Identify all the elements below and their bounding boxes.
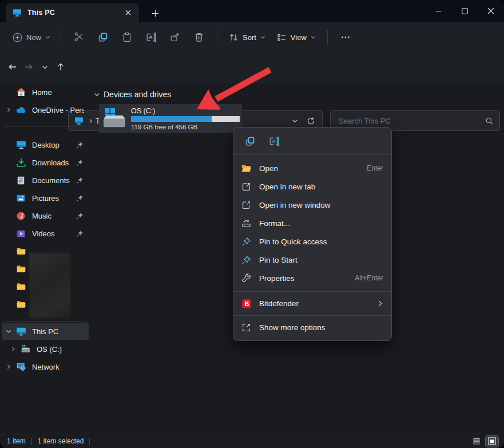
redacted-labels-blur — [29, 253, 70, 318]
copy-button[interactable] — [91, 27, 115, 47]
sort-button[interactable]: Sort — [223, 29, 271, 46]
details-view-toggle[interactable] — [470, 436, 483, 447]
bitdefender-icon: B — [241, 298, 252, 309]
minimize-button[interactable] — [425, 0, 451, 22]
large-icons-view-toggle[interactable] — [486, 436, 498, 447]
pin-icon — [75, 141, 84, 149]
sidebar-item-videos[interactable]: Videos — [2, 225, 89, 242]
toolbar-divider — [327, 30, 328, 45]
share-button[interactable] — [163, 27, 187, 47]
documents-icon — [15, 175, 26, 186]
svg-text:A: A — [148, 34, 152, 40]
sidebar-separator — [5, 321, 86, 322]
sidebar-item-home[interactable]: Home — [2, 84, 89, 101]
sidebar-item-onedrive[interactable]: OneDrive - Persona — [2, 101, 89, 118]
window-controls — [425, 0, 504, 22]
maximize-button[interactable] — [451, 0, 478, 22]
sidebar-label: Home — [32, 88, 84, 97]
copy-button[interactable] — [240, 132, 260, 150]
sidebar-label: Pictures — [32, 194, 75, 203]
navigation-row: This PC — [0, 53, 504, 83]
view-button[interactable]: View — [271, 29, 322, 46]
sidebar-item-music[interactable]: Music — [2, 207, 89, 224]
status-bar: 1 item 1 item selected — [0, 434, 504, 448]
menu-item-format[interactable]: Format... — [233, 214, 391, 232]
sidebar-label: Music — [32, 212, 75, 220]
videos-icon — [15, 228, 26, 239]
network-icon — [15, 362, 26, 372]
refresh-button[interactable] — [303, 113, 319, 129]
sidebar-item-pictures[interactable]: Pictures — [2, 189, 89, 207]
cut-button[interactable] — [67, 27, 91, 47]
sidebar-item-network[interactable]: Network — [2, 358, 89, 375]
chevron-down-icon — [45, 35, 50, 40]
tab-close-icon[interactable] — [121, 5, 136, 20]
menu-item-show-more-options[interactable]: Show more options — [233, 317, 391, 338]
forward-button[interactable] — [21, 57, 37, 77]
sidebar-item-this-pc[interactable]: This PC — [2, 323, 89, 340]
selection-count: 1 item selected — [38, 437, 84, 445]
sidebar-label: Downloads — [32, 158, 75, 167]
folder-icon — [15, 246, 26, 257]
devices-and-drives-group[interactable]: Devices and drives — [94, 90, 171, 99]
menu-separator — [233, 315, 391, 316]
item-count: 1 item — [7, 437, 26, 445]
back-button[interactable] — [5, 57, 21, 77]
rename-button[interactable]: A — [139, 27, 163, 47]
menu-item-label: Open in new window — [259, 201, 331, 209]
pin-icon — [241, 236, 252, 247]
new-tab-button[interactable] — [148, 6, 162, 21]
sidebar-label: Videos — [32, 229, 75, 238]
new-button[interactable]: New — [8, 29, 55, 46]
up-button[interactable] — [53, 57, 69, 77]
pin-icon — [241, 255, 252, 265]
menu-item-properties[interactable]: Properties Alt+Enter — [233, 269, 391, 287]
rename-button[interactable]: A — [264, 132, 284, 150]
this-pc-monitor-icon — [15, 326, 26, 337]
delete-button[interactable] — [187, 27, 211, 47]
sidebar-item-os-c[interactable]: OS (C:) — [2, 340, 89, 358]
drive-name: OS (C:) — [131, 107, 240, 115]
paste-button[interactable] — [115, 27, 139, 47]
sidebar-item-downloads[interactable]: Downloads — [2, 154, 89, 171]
format-drive-icon — [241, 218, 252, 229]
search-icon[interactable] — [485, 117, 494, 125]
open-new-window-icon — [241, 200, 252, 211]
chevron-right-icon[interactable] — [6, 346, 20, 352]
menu-item-pin-to-quick-access[interactable]: Pin to Quick access — [233, 232, 391, 251]
menu-item-bitdefender[interactable]: B Bitdefender — [233, 293, 391, 314]
menu-item-open[interactable]: Open Enter — [233, 159, 391, 177]
see-more-button[interactable] — [334, 27, 358, 47]
close-button[interactable] — [478, 0, 504, 22]
pictures-icon — [15, 193, 26, 204]
menu-item-pin-to-start[interactable]: Pin to Start — [233, 251, 391, 269]
music-icon — [15, 211, 26, 221]
menu-item-label: Show more options — [259, 323, 326, 332]
chevron-right-icon[interactable] — [2, 364, 15, 370]
search-input[interactable] — [339, 117, 485, 125]
sort-label: Sort — [243, 33, 256, 42]
onedrive-cloud-icon — [15, 105, 26, 116]
section-title: Devices and drives — [104, 90, 171, 99]
address-dropdown-chevron[interactable] — [287, 113, 303, 129]
menu-item-label: Bitdefender — [259, 299, 299, 308]
folder-icon — [15, 264, 26, 275]
sidebar-label: Desktop — [32, 141, 75, 149]
sidebar-item-documents[interactable]: Documents — [2, 172, 89, 189]
tab-this-pc[interactable]: This PC — [6, 3, 139, 22]
recent-locations-chevron[interactable] — [37, 57, 53, 77]
chevron-right-icon[interactable] — [2, 107, 15, 113]
chevron-down-icon[interactable] — [94, 92, 100, 98]
drive-tile-os-c[interactable]: OS (C:) 119 GB free of 456 GB — [99, 104, 242, 133]
sidebar-item-desktop[interactable]: Desktop — [2, 136, 89, 153]
menu-item-open-in-new-window[interactable]: Open in new window — [233, 196, 391, 214]
menu-shortcut: Enter — [367, 164, 383, 172]
menu-item-open-in-new-tab[interactable]: Open in new tab — [233, 177, 391, 196]
pin-icon — [75, 212, 84, 220]
sidebar-label: Documents — [32, 176, 75, 185]
desktop-icon — [15, 140, 26, 150]
sort-icon — [229, 33, 239, 42]
chevron-down-icon[interactable] — [2, 328, 15, 334]
menu-item-label: Open in new tab — [259, 183, 315, 191]
home-icon — [15, 87, 26, 98]
